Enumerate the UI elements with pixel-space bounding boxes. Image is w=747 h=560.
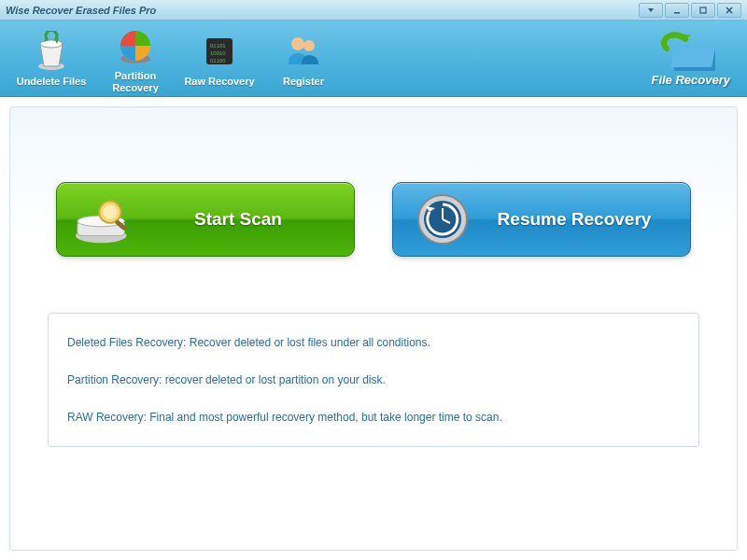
recycle-bin-icon <box>29 29 74 74</box>
titlebar: Wise Recover Erased Files Pro <box>0 0 747 21</box>
svg-point-15 <box>103 204 118 219</box>
toolbar-label: Partition Recovery <box>112 70 159 92</box>
partition-recovery-button[interactable]: Partition Recovery <box>93 20 177 96</box>
dropdown-button[interactable] <box>639 3 663 18</box>
svg-text:01101: 01101 <box>210 43 226 49</box>
clock-restore-icon <box>410 189 475 249</box>
start-scan-label: Start Scan <box>139 209 337 230</box>
maximize-button[interactable] <box>691 3 715 18</box>
folder-arrow-icon <box>657 30 725 75</box>
svg-point-10 <box>303 40 315 51</box>
logo-text: File Recovery <box>651 73 730 87</box>
svg-text:10010: 10010 <box>210 50 226 56</box>
svg-point-3 <box>40 40 63 48</box>
resume-recovery-button[interactable]: Resume Recovery <box>392 182 691 257</box>
logo: File Recovery <box>651 30 738 87</box>
svg-rect-1 <box>700 7 706 13</box>
pie-chart-icon <box>113 23 158 68</box>
binary-chip-icon: 01101 10010 01100 <box>197 29 242 74</box>
minimize-button[interactable] <box>665 3 689 18</box>
users-icon <box>281 29 326 74</box>
undelete-files-button[interactable]: Undelete Files <box>9 25 93 91</box>
drive-magnify-icon <box>74 189 139 249</box>
main-panel: Start Scan Resume Recovery Deleted <box>9 106 738 551</box>
info-line: Deleted Files Recovery: Recover deleted … <box>67 336 680 349</box>
info-line: RAW Recovery: Final and most powerful re… <box>67 411 680 424</box>
register-button[interactable]: Register <box>261 25 345 91</box>
info-line: Partition Recovery: recover deleted or l… <box>67 373 680 386</box>
action-row: Start Scan Resume Recovery <box>48 182 699 257</box>
main-area: Start Scan Resume Recovery Deleted <box>0 97 747 560</box>
start-scan-button[interactable]: Start Scan <box>56 182 355 257</box>
raw-recovery-button[interactable]: 01101 10010 01100 Raw Recovery <box>177 25 261 91</box>
svg-text:01100: 01100 <box>210 58 226 63</box>
toolbar-label: Undelete Files <box>17 76 87 87</box>
toolbar: Undelete Files Partition Recovery 01101 … <box>0 21 747 97</box>
window-title: Wise Recover Erased Files Pro <box>6 5 156 16</box>
resume-recovery-label: Resume Recovery <box>475 209 673 230</box>
info-box: Deleted Files Recovery: Recover deleted … <box>48 313 699 447</box>
toolbar-label: Raw Recovery <box>184 76 254 87</box>
svg-rect-0 <box>674 12 680 14</box>
close-button[interactable] <box>717 3 741 18</box>
svg-point-9 <box>291 37 304 50</box>
toolbar-label: Register <box>283 76 324 87</box>
